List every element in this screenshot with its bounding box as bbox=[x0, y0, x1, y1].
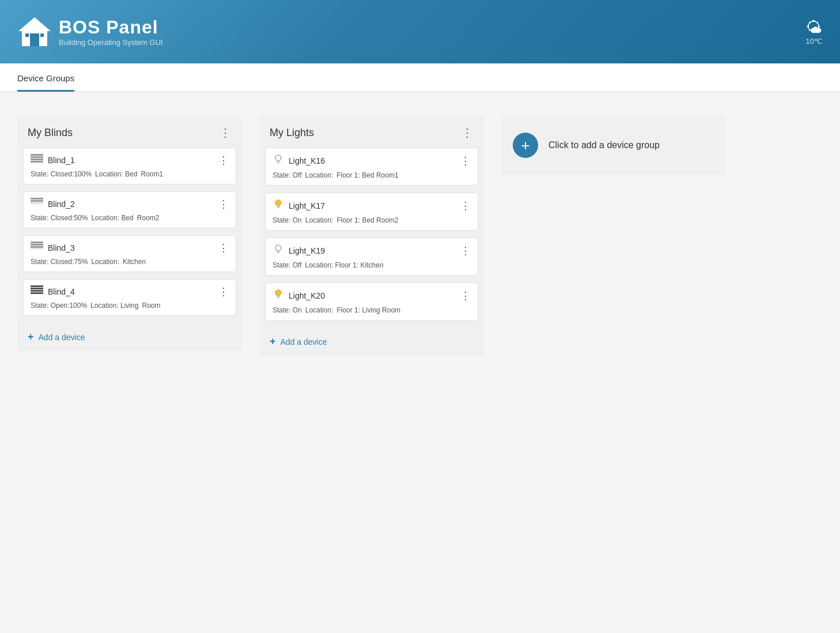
add-device-button[interactable]: +Add a device bbox=[17, 323, 242, 351]
svg-rect-23 bbox=[277, 163, 280, 164]
device-location-label: Location: Bed bbox=[95, 170, 137, 178]
svg-rect-14 bbox=[31, 244, 43, 246]
device-name-row: Blind_4 bbox=[31, 285, 75, 298]
svg-rect-36 bbox=[277, 296, 280, 297]
group-header: My Lights⋮ bbox=[259, 115, 484, 148]
device-name-label: Light_K17 bbox=[289, 201, 325, 210]
svg-rect-33 bbox=[277, 251, 280, 252]
device-info-row: State: OnLocation:Floor 1: Living Room bbox=[273, 306, 471, 314]
svg-rect-34 bbox=[277, 253, 280, 254]
device-location-detail: Room2 bbox=[137, 214, 160, 222]
device-location-label: Location: bbox=[305, 216, 334, 224]
device-more-icon[interactable]: ⋮ bbox=[460, 244, 471, 257]
add-device-label: Add a device bbox=[39, 333, 85, 342]
house-icon bbox=[17, 16, 52, 48]
device-location-detail: Floor 1: Bed Room1 bbox=[336, 171, 398, 179]
svg-rect-15 bbox=[31, 246, 43, 248]
device-location-label: Location: Living bbox=[90, 302, 138, 310]
blind-icon bbox=[31, 154, 43, 167]
svg-rect-6 bbox=[31, 156, 43, 158]
group-header: My Blinds⋮ bbox=[17, 115, 242, 148]
device-info-row: State: OffLocation: Floor 1: Kitchen bbox=[273, 261, 471, 269]
weather-temp: 10℃ bbox=[806, 37, 823, 46]
device-info-row: State: Closed:100%Location: BedRoom1 bbox=[31, 170, 229, 178]
svg-rect-3 bbox=[25, 33, 29, 37]
device-state-label: State: Closed:75% bbox=[31, 258, 88, 266]
device-more-icon[interactable]: ⋮ bbox=[218, 242, 229, 254]
device-item: Blind_3⋮State: Closed:75%Location:Kitche… bbox=[23, 235, 236, 272]
svg-point-35 bbox=[275, 290, 281, 296]
device-info-row: State: Open:100%Location: LivingRoom bbox=[31, 302, 229, 310]
add-group-plus-icon: + bbox=[513, 133, 538, 158]
device-item: Light_K19⋮State: OffLocation: Floor 1: K… bbox=[265, 238, 478, 276]
add-group-card[interactable]: +Click to add a device group bbox=[501, 115, 726, 175]
device-state-label: State: Off bbox=[273, 171, 301, 179]
device-item: Blind_1⋮State: Closed:100%Location: BedR… bbox=[23, 148, 236, 184]
svg-rect-25 bbox=[277, 206, 280, 207]
device-info-row: State: Closed:50%Location: BedRoom2 bbox=[31, 214, 229, 222]
device-name-row: Blind_2 bbox=[31, 198, 75, 210]
svg-marker-0 bbox=[18, 17, 51, 31]
light-icon bbox=[273, 244, 284, 258]
device-more-icon[interactable]: ⋮ bbox=[218, 198, 229, 210]
device-name-label: Light_K19 bbox=[289, 246, 325, 255]
add-device-label: Add a device bbox=[281, 337, 327, 346]
group-more-icon[interactable]: ⋮ bbox=[220, 126, 232, 140]
svg-rect-11 bbox=[31, 202, 43, 203]
device-location-detail: Floor 1: Living Room bbox=[336, 306, 400, 314]
blind-icon bbox=[31, 242, 43, 254]
svg-point-32 bbox=[275, 245, 281, 251]
group-more-icon[interactable]: ⋮ bbox=[461, 126, 474, 140]
svg-rect-7 bbox=[31, 159, 43, 160]
device-name-row: Blind_1 bbox=[31, 154, 75, 167]
light-icon bbox=[273, 199, 284, 213]
device-location-detail: Kitchen bbox=[123, 258, 146, 266]
svg-rect-16 bbox=[31, 248, 43, 249]
device-state-label: State: On bbox=[273, 306, 302, 314]
device-state-label: State: Open:100% bbox=[31, 302, 87, 310]
device-more-icon[interactable]: ⋮ bbox=[218, 154, 229, 167]
device-top-row: Light_K20⋮ bbox=[273, 289, 471, 303]
weather-widget: 🌤 10℃ bbox=[806, 18, 823, 46]
svg-line-40 bbox=[282, 291, 283, 292]
add-device-button[interactable]: +Add a device bbox=[259, 327, 484, 356]
device-location-label: Location: Bed bbox=[91, 214, 133, 222]
device-state-label: State: Closed:50% bbox=[31, 214, 88, 222]
tab-device-groups[interactable]: Device Groups bbox=[17, 67, 74, 92]
device-location-label: Location: Floor 1: Kitchen bbox=[305, 261, 383, 269]
svg-point-24 bbox=[275, 200, 281, 206]
device-item: Light_K16⋮State: OffLocation:Floor 1: Be… bbox=[265, 148, 478, 186]
device-name-row: Light_K16 bbox=[273, 154, 325, 168]
svg-rect-22 bbox=[277, 161, 280, 162]
group-title: My Lights bbox=[270, 127, 314, 139]
svg-rect-26 bbox=[277, 208, 280, 209]
device-item: Light_K17⋮State: OnLocation:Floor 1: Bed… bbox=[265, 193, 478, 231]
device-name-row: Light_K20 bbox=[273, 289, 325, 303]
app-title: BOS Panel bbox=[59, 17, 163, 38]
device-info-row: State: OnLocation:Floor 1: Bed Room2 bbox=[273, 216, 471, 224]
device-item: Blind_4⋮State: Open:100%Location: Living… bbox=[23, 279, 236, 316]
device-top-row: Light_K16⋮ bbox=[273, 154, 471, 168]
device-name-label: Blind_3 bbox=[48, 243, 75, 253]
device-top-row: Light_K19⋮ bbox=[273, 244, 471, 258]
device-location-detail: Room bbox=[142, 302, 160, 310]
svg-rect-19 bbox=[31, 290, 43, 292]
svg-line-29 bbox=[282, 201, 283, 202]
device-info-row: State: Closed:75%Location:Kitchen bbox=[31, 258, 229, 266]
device-more-icon[interactable]: ⋮ bbox=[460, 289, 471, 302]
device-more-icon[interactable]: ⋮ bbox=[218, 285, 229, 298]
device-top-row: Light_K17⋮ bbox=[273, 199, 471, 213]
device-more-icon[interactable]: ⋮ bbox=[460, 155, 471, 167]
svg-rect-20 bbox=[31, 292, 43, 294]
add-group-label: Click to add a device group bbox=[548, 140, 660, 150]
device-item: Blind_2⋮State: Closed:50%Location: BedRo… bbox=[23, 191, 236, 228]
svg-rect-8 bbox=[31, 161, 43, 163]
group-card-my-lights: My Lights⋮ Light_K16⋮State: OffLocation:… bbox=[259, 115, 484, 356]
svg-rect-12 bbox=[31, 204, 43, 204]
groups-container: My Blinds⋮ Blind_1⋮State: Closed:100%Loc… bbox=[17, 115, 823, 356]
light-icon bbox=[273, 154, 284, 168]
header-text: BOS Panel Building Operating System GUI bbox=[59, 17, 163, 47]
device-state-label: State: Off bbox=[273, 261, 301, 269]
device-location-detail: Floor 1: Bed Room2 bbox=[336, 216, 398, 224]
device-more-icon[interactable]: ⋮ bbox=[460, 199, 471, 212]
